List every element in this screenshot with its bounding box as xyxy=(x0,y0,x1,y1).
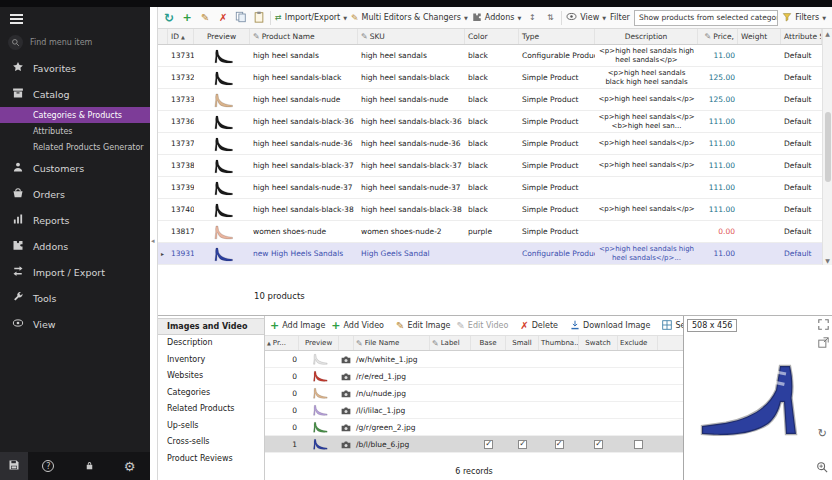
checkbox[interactable]: ✓ xyxy=(484,440,493,449)
product-row[interactable]: ▸13931new High Heels SandalsHigh Geels S… xyxy=(158,243,822,265)
menu-view[interactable]: View ▼ xyxy=(566,12,606,23)
filters-button[interactable]: Filters ▼ xyxy=(782,12,828,24)
edit-product-button[interactable]: ✎ xyxy=(198,10,212,26)
column-header-exclude[interactable]: Exclude xyxy=(618,336,658,350)
menu-import-export[interactable]: ⇄ Import/Export ▼ xyxy=(275,13,347,22)
cell-id: 13736 xyxy=(168,111,194,132)
add-video-button[interactable]: +Add Video xyxy=(331,320,384,331)
product-row[interactable]: 13732high heel sandals-blackhigh heel sa… xyxy=(158,67,822,89)
edit-image-button[interactable]: ✎Edit Image xyxy=(396,320,450,331)
product-row[interactable]: 13736high heel sandals-black-36high heel… xyxy=(158,111,822,133)
product-row[interactable]: 13817women shoes-nudewomen shoes-nude-2p… xyxy=(158,221,822,243)
sidebar-item-tools[interactable]: Tools xyxy=(0,285,150,311)
menu-addons[interactable]: Addons ▼ xyxy=(472,12,521,24)
download-image-button[interactable]: Download Image xyxy=(570,320,650,332)
image-row[interactable]: 1/b/l/blue_6.jpg✓✓✓✓ xyxy=(265,436,683,453)
product-row[interactable]: 13733high heel sandals-nudehigh heel san… xyxy=(158,89,822,111)
column-header-label[interactable]: ✎Label xyxy=(430,336,471,350)
column-header-file-name[interactable]: ✎File Name xyxy=(354,336,430,350)
sidebar-item-reports[interactable]: Reports xyxy=(0,207,150,233)
checkbox[interactable]: ✓ xyxy=(518,440,527,449)
lock-button[interactable] xyxy=(69,460,110,473)
tab-inventory[interactable]: Inventory xyxy=(158,351,264,368)
open-external-button[interactable] xyxy=(818,337,829,350)
sidebar-item-customers[interactable]: Customers xyxy=(0,155,150,181)
column-header-attribute-set[interactable]: Attribute Set Name xyxy=(781,29,822,44)
column-header-small[interactable]: Small xyxy=(506,336,539,350)
column-header-position[interactable]: ▲Pr... xyxy=(265,336,299,350)
image-row[interactable]: 0/l/i/lilac_1.jpg xyxy=(265,402,683,419)
column-header-product-name[interactable]: ✎Product Name xyxy=(250,29,358,44)
product-row[interactable]: 13731high heel sandalshigh heel sandalsb… xyxy=(158,45,822,67)
column-header-weight[interactable]: Weight xyxy=(738,29,781,44)
tab-description[interactable]: Description xyxy=(158,335,264,352)
settings-button[interactable]: ⚙ xyxy=(109,459,150,474)
tab-related-products[interactable]: Related Products xyxy=(158,401,264,418)
tab-websites[interactable]: Websites xyxy=(158,368,264,385)
column-header-id[interactable]: ID▲ xyxy=(168,29,194,44)
tab-up-sells[interactable]: Up-sells xyxy=(158,417,264,434)
delete-image-button[interactable]: ✗Delete xyxy=(520,320,558,331)
sidebar-item-related-products-generator[interactable]: Related Products Generator xyxy=(0,139,150,155)
column-header-preview[interactable]: Preview xyxy=(194,29,250,44)
tab-images-and-video[interactable]: Images and Video xyxy=(158,318,264,335)
image-row[interactable]: 0/g/r/green_2.jpg xyxy=(265,419,683,436)
category-filter-select[interactable]: Show products from selected categories ▼ xyxy=(634,10,778,26)
sidebar-item-categories-products[interactable]: Categories & Products xyxy=(0,107,150,123)
sidebar-splitter[interactable]: ◂ xyxy=(150,7,158,480)
refresh-button[interactable]: ↻ xyxy=(162,10,176,26)
fullscreen-button[interactable] xyxy=(818,319,829,332)
menu-multi-editors[interactable]: ✎ Multi Editors & Changers ▼ xyxy=(351,13,468,23)
column-header-type[interactable]: Type xyxy=(519,29,595,44)
checkbox[interactable] xyxy=(634,440,643,449)
product-image[interactable] xyxy=(692,324,824,472)
sidebar-item-attributes[interactable]: Attributes xyxy=(0,123,150,139)
sidebar-item-catalog[interactable]: Catalog xyxy=(0,81,150,107)
fit-columns-button[interactable]: ⇅ xyxy=(543,10,557,26)
product-row[interactable]: 13738high heel sandals-black-37high heel… xyxy=(158,155,822,177)
column-header-sku[interactable]: ✎SKU xyxy=(358,29,465,44)
product-row[interactable]: 13740high heel sandals-black-38high heel… xyxy=(158,199,822,221)
sidebar-item-orders[interactable]: Orders xyxy=(0,181,150,207)
sidebar-item-view[interactable]: View xyxy=(0,311,150,337)
tab-product-reviews[interactable]: Product Reviews xyxy=(158,450,264,467)
sidebar-item-label: Customers xyxy=(33,163,84,174)
sidebar-search-input[interactable]: Find menu item xyxy=(0,29,150,55)
tab-cross-sells[interactable]: Cross-sells xyxy=(158,434,264,451)
cell-attribute-set: Default xyxy=(781,133,822,154)
column-header-thumbnail[interactable]: Thumbna... xyxy=(539,336,579,350)
image-row[interactable]: 0/r/e/red_1.jpg xyxy=(265,368,683,385)
column-header-color[interactable]: Color xyxy=(465,29,519,44)
column-header-description[interactable]: Description xyxy=(595,29,698,44)
camera-icon xyxy=(339,419,354,435)
zoom-button[interactable] xyxy=(816,461,828,475)
add-image-button[interactable]: +Add Image xyxy=(270,320,325,331)
sidebar-item-import-export[interactable]: Import / Export xyxy=(0,259,150,285)
cell-preview xyxy=(299,368,339,384)
hamburger-menu-button[interactable] xyxy=(0,7,150,29)
column-header-preview[interactable]: Preview xyxy=(299,336,339,350)
product-row[interactable]: 13737high heel sandals-nude-36high heel … xyxy=(158,133,822,155)
column-header-swatch[interactable]: Swatch xyxy=(579,336,618,350)
copy-button[interactable] xyxy=(234,10,248,26)
cell-small-flag xyxy=(506,419,539,435)
column-header-price[interactable]: ✎Price, xyxy=(698,29,738,44)
row-height-button[interactable]: ↕ xyxy=(525,10,539,26)
checkbox[interactable]: ✓ xyxy=(594,440,603,449)
tab-categories[interactable]: Categories xyxy=(158,384,264,401)
scrollbar-thumb[interactable] xyxy=(825,112,831,182)
image-row[interactable]: 0/w/h/white_1.jpg xyxy=(265,351,683,368)
delete-product-button[interactable]: ✗ xyxy=(216,10,230,26)
column-header-base[interactable]: Base xyxy=(471,336,506,350)
checkbox[interactable]: ✓ xyxy=(555,440,564,449)
image-row[interactable]: 0/n/u/nude.jpg xyxy=(265,385,683,402)
vertical-scrollbar[interactable]: ▲ ▼ xyxy=(822,29,832,265)
sidebar-item-addons[interactable]: Addons xyxy=(0,233,150,259)
product-row[interactable]: 13739high heel sandals-nude-37high heel … xyxy=(158,177,822,199)
add-product-button[interactable]: + xyxy=(180,10,194,26)
help-button[interactable]: ? xyxy=(28,460,69,472)
sidebar-item-favorites[interactable]: Favorites xyxy=(0,55,150,81)
save-settings-button[interactable] xyxy=(0,452,28,480)
paste-button[interactable] xyxy=(252,10,266,26)
rotate-button[interactable]: ↻ xyxy=(818,427,827,440)
